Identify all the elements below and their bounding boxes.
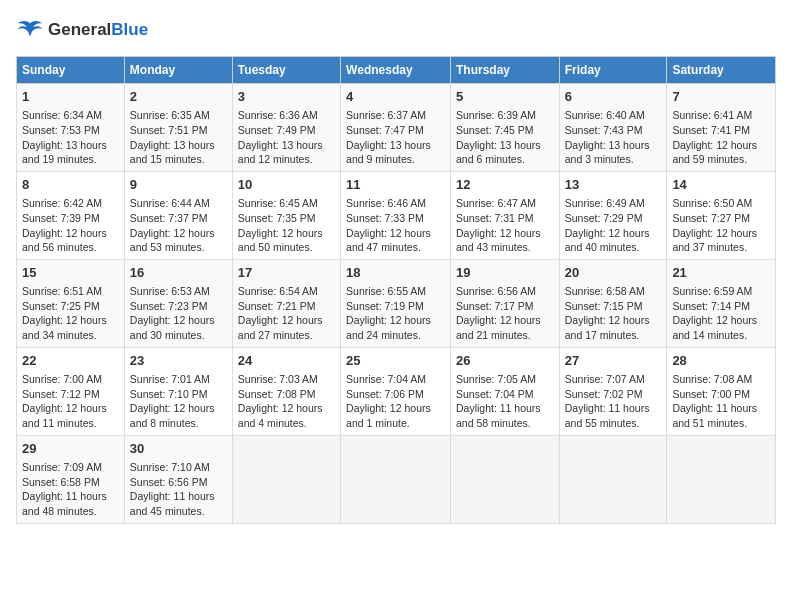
calendar-cell: 23Sunrise: 7:01 AMSunset: 7:10 PMDayligh… [124,347,232,435]
sunset: Sunset: 7:02 PM [565,388,643,400]
daylight: Daylight: 12 hours and 30 minutes. [130,314,215,341]
day-number: 15 [22,264,119,282]
calendar-cell: 2Sunrise: 6:35 AMSunset: 7:51 PMDaylight… [124,84,232,172]
week-row-2: 8Sunrise: 6:42 AMSunset: 7:39 PMDaylight… [17,171,776,259]
day-number: 19 [456,264,554,282]
calendar-cell: 3Sunrise: 6:36 AMSunset: 7:49 PMDaylight… [232,84,340,172]
sunset: Sunset: 7:49 PM [238,124,316,136]
sunset: Sunset: 7:06 PM [346,388,424,400]
day-number: 4 [346,88,445,106]
sunset: Sunset: 7:15 PM [565,300,643,312]
sunset: Sunset: 7:31 PM [456,212,534,224]
daylight: Daylight: 12 hours and 37 minutes. [672,227,757,254]
sunset: Sunset: 7:43 PM [565,124,643,136]
logo-icon [16,16,44,44]
calendar-cell: 6Sunrise: 6:40 AMSunset: 7:43 PMDaylight… [559,84,667,172]
daylight: Daylight: 13 hours and 9 minutes. [346,139,431,166]
calendar-cell: 24Sunrise: 7:03 AMSunset: 7:08 PMDayligh… [232,347,340,435]
calendar-cell [559,435,667,523]
sunrise: Sunrise: 7:10 AM [130,461,210,473]
day-number: 8 [22,176,119,194]
daylight: Daylight: 12 hours and 1 minute. [346,402,431,429]
sunset: Sunset: 7:25 PM [22,300,100,312]
daylight: Daylight: 12 hours and 59 minutes. [672,139,757,166]
sunrise: Sunrise: 7:08 AM [672,373,752,385]
daylight: Daylight: 13 hours and 6 minutes. [456,139,541,166]
calendar-cell: 4Sunrise: 6:37 AMSunset: 7:47 PMDaylight… [341,84,451,172]
calendar-cell: 7Sunrise: 6:41 AMSunset: 7:41 PMDaylight… [667,84,776,172]
calendar-cell: 10Sunrise: 6:45 AMSunset: 7:35 PMDayligh… [232,171,340,259]
calendar-cell: 12Sunrise: 6:47 AMSunset: 7:31 PMDayligh… [450,171,559,259]
daylight: Daylight: 13 hours and 12 minutes. [238,139,323,166]
sunset: Sunset: 7:00 PM [672,388,750,400]
day-number: 17 [238,264,335,282]
sunrise: Sunrise: 6:49 AM [565,197,645,209]
col-header-saturday: Saturday [667,57,776,84]
sunrise: Sunrise: 6:36 AM [238,109,318,121]
sunrise: Sunrise: 6:55 AM [346,285,426,297]
week-row-5: 29Sunrise: 7:09 AMSunset: 6:58 PMDayligh… [17,435,776,523]
day-number: 28 [672,352,770,370]
sunset: Sunset: 7:45 PM [456,124,534,136]
sunrise: Sunrise: 6:40 AM [565,109,645,121]
calendar-cell [341,435,451,523]
daylight: Daylight: 12 hours and 4 minutes. [238,402,323,429]
page-header: GeneralBlue [16,16,776,44]
sunset: Sunset: 7:29 PM [565,212,643,224]
sunset: Sunset: 7:14 PM [672,300,750,312]
day-number: 10 [238,176,335,194]
calendar-cell: 30Sunrise: 7:10 AMSunset: 6:56 PMDayligh… [124,435,232,523]
sunset: Sunset: 7:51 PM [130,124,208,136]
daylight: Daylight: 12 hours and 21 minutes. [456,314,541,341]
day-number: 26 [456,352,554,370]
calendar-cell: 16Sunrise: 6:53 AMSunset: 7:23 PMDayligh… [124,259,232,347]
daylight: Daylight: 12 hours and 34 minutes. [22,314,107,341]
sunset: Sunset: 7:10 PM [130,388,208,400]
sunset: Sunset: 7:12 PM [22,388,100,400]
sunset: Sunset: 7:23 PM [130,300,208,312]
sunrise: Sunrise: 6:37 AM [346,109,426,121]
calendar-cell: 22Sunrise: 7:00 AMSunset: 7:12 PMDayligh… [17,347,125,435]
daylight: Daylight: 13 hours and 19 minutes. [22,139,107,166]
calendar-cell: 8Sunrise: 6:42 AMSunset: 7:39 PMDaylight… [17,171,125,259]
daylight: Daylight: 12 hours and 27 minutes. [238,314,323,341]
daylight: Daylight: 12 hours and 43 minutes. [456,227,541,254]
day-number: 20 [565,264,662,282]
day-number: 1 [22,88,119,106]
calendar-cell: 9Sunrise: 6:44 AMSunset: 7:37 PMDaylight… [124,171,232,259]
daylight: Daylight: 11 hours and 48 minutes. [22,490,107,517]
day-number: 3 [238,88,335,106]
sunrise: Sunrise: 6:41 AM [672,109,752,121]
calendar-cell [450,435,559,523]
day-number: 14 [672,176,770,194]
day-number: 21 [672,264,770,282]
sunrise: Sunrise: 6:50 AM [672,197,752,209]
calendar-cell: 26Sunrise: 7:05 AMSunset: 7:04 PMDayligh… [450,347,559,435]
week-row-3: 15Sunrise: 6:51 AMSunset: 7:25 PMDayligh… [17,259,776,347]
week-row-1: 1Sunrise: 6:34 AMSunset: 7:53 PMDaylight… [17,84,776,172]
col-header-friday: Friday [559,57,667,84]
calendar-cell [667,435,776,523]
day-number: 9 [130,176,227,194]
daylight: Daylight: 12 hours and 24 minutes. [346,314,431,341]
sunrise: Sunrise: 6:34 AM [22,109,102,121]
calendar-cell: 28Sunrise: 7:08 AMSunset: 7:00 PMDayligh… [667,347,776,435]
calendar-cell [232,435,340,523]
col-header-tuesday: Tuesday [232,57,340,84]
calendar-cell: 25Sunrise: 7:04 AMSunset: 7:06 PMDayligh… [341,347,451,435]
sunrise: Sunrise: 6:47 AM [456,197,536,209]
daylight: Daylight: 11 hours and 58 minutes. [456,402,541,429]
sunrise: Sunrise: 6:53 AM [130,285,210,297]
sunrise: Sunrise: 7:00 AM [22,373,102,385]
daylight: Daylight: 11 hours and 45 minutes. [130,490,215,517]
col-header-thursday: Thursday [450,57,559,84]
day-number: 16 [130,264,227,282]
day-number: 18 [346,264,445,282]
daylight: Daylight: 12 hours and 11 minutes. [22,402,107,429]
day-number: 5 [456,88,554,106]
sunrise: Sunrise: 7:04 AM [346,373,426,385]
daylight: Daylight: 12 hours and 56 minutes. [22,227,107,254]
sunset: Sunset: 7:39 PM [22,212,100,224]
calendar-cell: 13Sunrise: 6:49 AMSunset: 7:29 PMDayligh… [559,171,667,259]
logo-text: GeneralBlue [48,21,148,40]
